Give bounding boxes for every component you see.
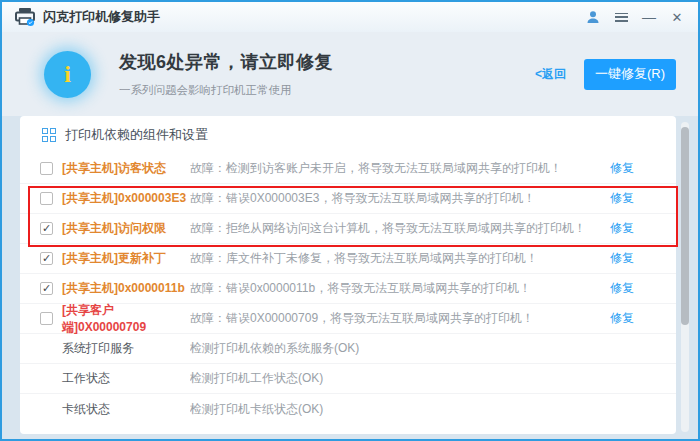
minimize-button[interactable]: —: [636, 6, 662, 28]
status-row: 卡纸状态 检测打印机卡纸状态(OK): [20, 394, 676, 424]
checkbox[interactable]: ✓: [40, 282, 53, 295]
menu-icon[interactable]: [608, 6, 634, 28]
checkbox[interactable]: ✓: [40, 222, 53, 235]
checkbox[interactable]: [40, 192, 53, 205]
titlebar: 闪克打印机修复助手 — ✕: [2, 2, 698, 32]
grid-icon: [42, 128, 57, 143]
repair-link[interactable]: 修复: [610, 310, 634, 327]
issue-row: [共享主机]0x000003E3 故障：错误0X000003E3，将导致无法互联…: [20, 184, 676, 214]
minimize-glyph: —: [642, 9, 656, 25]
status-row: 工作状态 检测打印机工作状态(OK): [20, 364, 676, 394]
back-link[interactable]: <返回: [535, 66, 566, 83]
status-desc: 检测打印机工作状态(OK): [190, 370, 634, 387]
scrollbar-thumb[interactable]: [681, 127, 689, 325]
status-label: 系统打印服务: [62, 340, 190, 357]
issue-row: ✓ [共享主机]更新补丁 故障：库文件补丁未修复，将导致无法互联局域网共享的打印…: [20, 244, 676, 274]
issue-label: [共享主机]更新补丁: [62, 250, 190, 267]
summary-banner: i 发现6处异常，请立即修复 一系列问题会影响打印机正常使用 <返回 一键修复(…: [2, 32, 698, 116]
issue-row: ✓ [共享主机]0x0000011b 故障：错误0x0000011b，将导致无法…: [20, 274, 676, 304]
section-title: 打印机依赖的组件和设置: [65, 126, 208, 144]
section-header: 打印机依赖的组件和设置: [20, 116, 676, 154]
issue-label: [共享主机]0x0000011b: [62, 280, 190, 297]
checkbox[interactable]: ✓: [40, 252, 53, 265]
repair-link[interactable]: 修复: [610, 160, 634, 177]
status-row: 系统打印服务 检测打印机依赖的系统服务(OK): [20, 334, 676, 364]
status-desc: 检测打印机卡纸状态(OK): [190, 401, 634, 418]
issue-desc: 故障：错误0X00000709，将导致无法互联局域网共享的打印机！: [190, 310, 610, 327]
info-icon: i: [44, 51, 91, 98]
issue-desc: 故障：检测到访客账户未开启，将导致无法互联局域网共享的打印机！: [190, 160, 610, 177]
issue-row: [共享主机]访客状态 故障：检测到访客账户未开启，将导致无法互联局域网共享的打印…: [20, 154, 676, 184]
status-label: 卡纸状态: [62, 401, 190, 418]
banner-title: 发现6处异常，请立即修复: [119, 50, 333, 74]
close-glyph: ✕: [672, 10, 683, 25]
checkbox[interactable]: [40, 312, 53, 325]
app-title: 闪克打印机修复助手: [43, 8, 160, 26]
issue-desc: 故障：错误0X000003E3，将导致无法互联局域网共享的打印机！: [190, 190, 610, 207]
scrollbar-track[interactable]: [681, 122, 689, 432]
printer-icon: [14, 7, 36, 27]
repair-link[interactable]: 修复: [610, 190, 634, 207]
banner-subtitle: 一系列问题会影响打印机正常使用: [119, 83, 333, 98]
user-icon[interactable]: [580, 6, 606, 28]
close-button[interactable]: ✕: [664, 6, 690, 28]
issue-label: [共享主机]0x000003E3: [62, 190, 190, 207]
status-desc: 检测打印机依赖的系统服务(OK): [190, 340, 634, 357]
issue-label: [共享客户端]0X00000709: [62, 302, 190, 336]
issue-desc: 故障：错误0x0000011b，将导致无法互联局域网共享的打印机！: [190, 280, 610, 297]
repair-link[interactable]: 修复: [610, 220, 634, 237]
repair-all-button[interactable]: 一键修复(R): [584, 59, 676, 90]
issues-panel: 打印机依赖的组件和设置 [共享主机]访客状态 故障：检测到访客账户未开启，将导致…: [20, 116, 676, 434]
issue-desc: 故障：库文件补丁未修复，将导致无法互联局域网共享的打印机！: [190, 250, 610, 267]
app-window: { "app": { "title": "闪克打印机修复助手" }, "titl…: [0, 0, 700, 441]
issue-label: [共享主机]访问权限: [62, 220, 190, 237]
issue-row: [共享客户端]0X00000709 故障：错误0X00000709，将导致无法互…: [20, 304, 676, 334]
repair-link[interactable]: 修复: [610, 250, 634, 267]
issue-label: [共享主机]访客状态: [62, 160, 190, 177]
status-label: 工作状态: [62, 370, 190, 387]
repair-link[interactable]: 修复: [610, 280, 634, 297]
info-glyph: i: [64, 62, 71, 86]
issue-row: ✓ [共享主机]访问权限 故障：拒绝从网络访问这台计算机，将导致无法互联局域网共…: [20, 214, 676, 244]
checkbox[interactable]: [40, 162, 53, 175]
issue-desc: 故障：拒绝从网络访问这台计算机，将导致无法互联局域网共享的打印机！: [190, 220, 610, 237]
